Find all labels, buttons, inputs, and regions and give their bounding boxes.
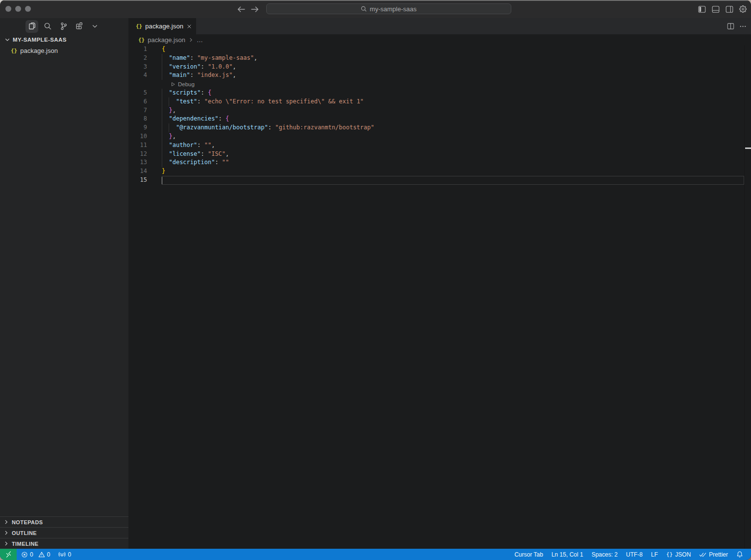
nav-forward-button[interactable] [250,6,259,13]
zoom-window-button[interactable] [25,6,31,12]
minimize-window-button[interactable] [15,6,21,12]
extensions-view-button[interactable] [73,20,85,33]
titlebar: my-sample-saas [0,0,751,18]
line-number: 10 [128,132,147,141]
tab-package-json[interactable]: {} package.json [128,18,196,34]
error-icon [21,551,28,558]
ruler-cursor-marker [745,147,751,149]
code-line-3[interactable]: 3 "version": "1.0.0", [128,63,751,72]
remote-icon [5,551,12,558]
search-view-button[interactable] [41,20,54,33]
section-outline[interactable]: OUTLINE [0,527,128,538]
notifications-bell-button[interactable] [736,551,743,558]
eol-button[interactable]: LF [651,551,658,558]
code-line-9[interactable]: 9 "@razvanmuntian/bootstrap": "github:ra… [128,123,751,132]
braces-icon: {} [666,551,673,558]
search-icon [44,22,52,30]
chevron-right-icon [188,37,194,43]
radio-tower-icon [58,551,66,558]
settings-gear-button[interactable] [739,5,747,13]
code-editor[interactable]: {} package.json … 1{2 "name": "my-sample… [128,34,751,549]
sidebar: MY-SAMPLE-SAAS {} package.json NOTEPADS … [0,18,128,549]
formatter-button[interactable]: Prettier [699,551,728,558]
code-line-2[interactable]: 2 "name": "my-sample-saas", [128,54,751,63]
line-number: 1 [128,45,147,54]
code-text: "version": "1.0.0", [162,63,236,72]
explorer-root-folder[interactable]: MY-SAMPLE-SAAS [0,34,128,45]
code-text: "description": "" [162,158,229,167]
command-center-search[interactable]: my-sample-saas [266,3,511,14]
codelens-debug[interactable]: Debug [128,80,751,89]
tab-bar: {} package.json [128,18,751,34]
file-row-package-json[interactable]: {} package.json [0,45,128,56]
root-folder-label: MY-SAMPLE-SAAS [13,37,67,43]
code-line-4[interactable]: 4 "main": "index.js", [128,71,751,80]
remote-indicator-button[interactable] [0,549,17,560]
section-notepads[interactable]: NOTEPADS [0,516,128,527]
code-line-12[interactable]: 12 "license": "ISC", [128,150,751,159]
code-line-8[interactable]: 8 "dependencies": { [128,115,751,123]
line-number: 7 [128,106,147,115]
error-count: 0 [30,551,33,558]
more-views-button[interactable] [88,20,101,33]
code-text: }, [162,106,176,115]
code-line-6[interactable]: 6 "test": "echo \"Error: no test specifi… [128,97,751,106]
code-line-13[interactable]: 13 "description": "" [128,158,751,167]
line-number: 13 [128,158,147,167]
line-number: 12 [128,150,147,159]
breadcrumb: {} package.json … [128,34,751,45]
code-line-11[interactable]: 11 "author": "", [128,141,751,150]
warning-icon [38,551,45,558]
line-col-button[interactable]: Ln 15, Col 1 [551,551,583,558]
json-file-icon: {} [136,23,142,29]
code-line-10[interactable]: 10 }, [128,132,751,141]
toggle-primary-sidebar-button[interactable] [698,5,706,13]
code-line-14[interactable]: 14} [128,167,751,176]
encoding-button[interactable]: UTF-8 [626,551,643,558]
code-text: "scripts": { [162,89,211,97]
explorer-view-button[interactable] [25,20,38,33]
nav-back-button[interactable] [237,6,246,13]
code-text: "@razvanmuntian/bootstrap": "github:razv… [162,123,375,132]
ports-button[interactable]: 0 [58,551,71,558]
line-number: 4 [128,71,147,80]
traffic-lights [5,6,31,12]
json-file-icon: {} [11,48,17,54]
language-mode-button[interactable]: {} JSON [666,551,691,558]
source-control-view-button[interactable] [57,20,70,33]
double-check-icon [699,552,706,558]
cursor-tab-button[interactable]: Cursor Tab [514,551,543,558]
source-control-icon [59,22,68,30]
line-number: 2 [128,54,147,63]
toggle-secondary-sidebar-button[interactable] [725,5,733,13]
close-tab-icon[interactable] [186,24,192,29]
section-label: TIMELINE [12,541,39,547]
section-label: NOTEPADS [12,519,43,525]
code-text: "dependencies": { [162,115,229,123]
code-line-5[interactable]: 5 "scripts": { [128,89,751,97]
overview-ruler[interactable] [744,45,751,549]
files-icon [28,22,36,30]
section-timeline[interactable]: TIMELINE [0,538,128,549]
file-name: package.json [20,47,58,54]
line-number: 15 [128,176,147,185]
line-number: 5 [128,89,147,97]
problems-button[interactable]: 0 0 [21,551,50,558]
line-number: 9 [128,123,147,132]
code-text: } [162,167,165,176]
split-editor-button[interactable] [727,23,734,30]
toggle-panel-button[interactable] [711,5,720,13]
json-file-icon: {} [138,37,145,43]
close-window-button[interactable] [5,6,11,12]
breadcrumb-file[interactable]: package.json [148,36,185,44]
code-line-1[interactable]: 1{ [128,45,751,54]
line-number: 3 [128,63,147,72]
indentation-button[interactable]: Spaces: 2 [592,551,618,558]
command-center-text: my-sample-saas [370,5,416,13]
section-label: OUTLINE [12,530,37,536]
code-text: "license": "ISC", [162,150,229,159]
code-line-7[interactable]: 7 }, [128,106,751,115]
more-actions-button[interactable] [739,23,747,30]
line-number: 6 [128,97,147,106]
breadcrumb-more[interactable]: … [197,36,203,44]
